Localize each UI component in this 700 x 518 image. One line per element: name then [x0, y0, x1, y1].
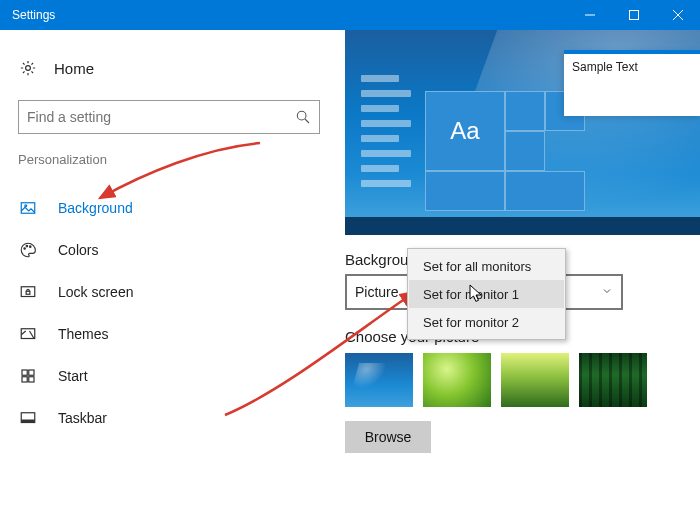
svg-point-10	[26, 245, 28, 247]
themes-icon	[18, 325, 38, 343]
svg-point-8	[25, 205, 27, 207]
window-buttons	[568, 0, 700, 30]
nav-label: Lock screen	[58, 284, 133, 300]
section-label: Personalization	[18, 152, 333, 167]
home-label: Home	[54, 60, 94, 77]
svg-rect-13	[26, 291, 30, 294]
nav-item-themes[interactable]: Themes	[18, 313, 333, 355]
close-button[interactable]	[656, 0, 700, 30]
picture-thumb-leaves[interactable]	[423, 353, 491, 407]
nav-label: Themes	[58, 326, 109, 342]
preview-menu-bars	[361, 75, 421, 195]
window-title: Settings	[12, 8, 55, 22]
nav-label: Background	[58, 200, 133, 216]
preview-start-tiles: Aa	[425, 91, 585, 211]
svg-point-11	[30, 246, 32, 248]
ctx-set-monitor-2[interactable]: Set for monitor 2	[409, 308, 564, 336]
minimize-button[interactable]	[568, 0, 612, 30]
sidebar: Home Personalization	[0, 30, 345, 518]
ctx-set-all-monitors[interactable]: Set for all monitors	[409, 252, 564, 280]
picture-icon	[18, 199, 38, 217]
maximize-button[interactable]	[612, 0, 656, 30]
nav-item-lockscreen[interactable]: Lock screen	[18, 271, 333, 313]
palette-icon	[18, 241, 38, 259]
desktop-preview: Aa Sample Text	[345, 30, 700, 235]
svg-rect-18	[29, 377, 34, 382]
svg-rect-15	[22, 370, 27, 375]
context-menu: Set for all monitors Set for monitor 1 S…	[407, 248, 566, 340]
mouse-cursor-icon	[469, 284, 485, 307]
svg-rect-20	[21, 420, 35, 423]
nav-label: Taskbar	[58, 410, 107, 426]
picture-thumb-hills[interactable]	[501, 353, 569, 407]
content-pane: Aa Sample Text Background Picture	[345, 30, 700, 518]
sample-text: Sample Text	[572, 60, 638, 74]
search-icon	[287, 109, 319, 125]
preview-taskbar	[345, 217, 700, 235]
titlebar: Settings	[0, 0, 700, 30]
preview-sample-window: Sample Text	[564, 50, 700, 116]
gear-icon	[18, 59, 38, 77]
nav-item-start[interactable]: Start	[18, 355, 333, 397]
picture-thumb-windows[interactable]	[345, 353, 413, 407]
settings-window: Settings Home	[0, 0, 700, 518]
svg-rect-1	[630, 11, 639, 20]
search-box[interactable]	[18, 100, 320, 134]
nav-item-background[interactable]: Background	[18, 187, 333, 229]
svg-rect-7	[21, 203, 35, 214]
svg-rect-16	[29, 370, 34, 375]
svg-line-6	[305, 119, 309, 123]
lockscreen-icon	[18, 283, 38, 301]
ctx-set-monitor-1[interactable]: Set for monitor 1	[409, 280, 564, 308]
nav-list: Background Colors	[18, 187, 333, 439]
chevron-down-icon	[601, 284, 613, 300]
nav-label: Start	[58, 368, 88, 384]
nav-item-colors[interactable]: Colors	[18, 229, 333, 271]
svg-point-9	[24, 248, 26, 250]
browse-button[interactable]: Browse	[345, 421, 431, 453]
dropdown-value: Picture	[355, 284, 399, 300]
nav-item-taskbar[interactable]: Taskbar	[18, 397, 333, 439]
search-input[interactable]	[19, 109, 287, 125]
svg-point-4	[26, 66, 31, 71]
home-link[interactable]: Home	[18, 50, 333, 86]
preview-tile-aa: Aa	[425, 91, 505, 171]
picture-thumb-forest[interactable]	[579, 353, 647, 407]
taskbar-icon	[18, 409, 38, 427]
svg-rect-17	[22, 377, 27, 382]
picture-thumbnails	[345, 353, 700, 407]
svg-point-5	[297, 111, 306, 120]
start-icon	[18, 367, 38, 385]
nav-label: Colors	[58, 242, 98, 258]
